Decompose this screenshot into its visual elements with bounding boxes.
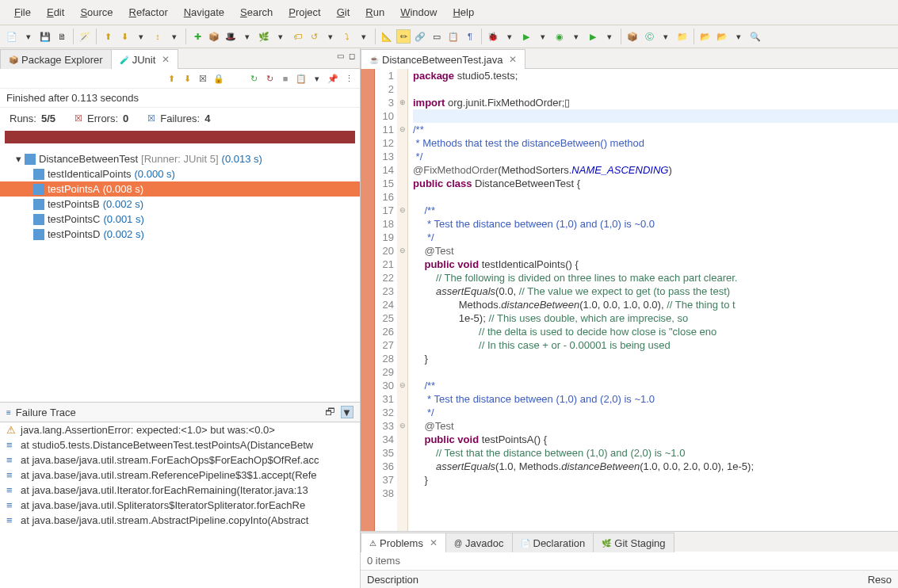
- show-fail-icon[interactable]: ☒: [197, 72, 209, 85]
- rerun-fail-icon[interactable]: ↻: [263, 72, 276, 85]
- menu-run[interactable]: Run: [357, 3, 392, 21]
- dropdown-icon[interactable]: ▾: [732, 29, 746, 44]
- trace-row[interactable]: ⚠java.lang.AssertionError: expected:<1.0…: [0, 422, 360, 437]
- test-row[interactable]: testPointsB (0.002 s): [0, 197, 360, 212]
- link-icon[interactable]: 🔗: [413, 29, 427, 44]
- menu-project[interactable]: Project: [281, 3, 328, 21]
- menu-git[interactable]: Git: [329, 3, 358, 21]
- menu-help[interactable]: Help: [445, 3, 482, 21]
- maximize-icon[interactable]: ◻: [349, 52, 355, 65]
- col-resource[interactable]: Reso: [868, 574, 892, 586]
- tab-git-staging[interactable]: 🌿 Git Staging: [593, 533, 674, 552]
- dropdown-icon[interactable]: ▾: [311, 72, 323, 85]
- new-class-icon[interactable]: Ⓒ: [642, 29, 656, 44]
- tab-javadoc[interactable]: @ Javadoc: [445, 533, 513, 552]
- pull-icon[interactable]: ⬇: [117, 29, 132, 44]
- rebase-icon[interactable]: ⤵: [340, 29, 354, 44]
- col-description[interactable]: Description: [367, 574, 868, 586]
- new-folder-icon[interactable]: 📁: [675, 29, 690, 44]
- test-row[interactable]: testPointsC (0.001 s): [0, 212, 360, 227]
- trace-row[interactable]: ≡at studio5.tests.DistanceBetweenTest.te…: [0, 437, 360, 452]
- push-icon[interactable]: ⬆: [101, 29, 115, 44]
- test-row[interactable]: testPointsD (0.002 s): [0, 227, 360, 242]
- menu-edit[interactable]: Edit: [39, 3, 72, 21]
- wand-icon[interactable]: 🪄: [78, 29, 92, 44]
- save-icon[interactable]: 💾: [38, 29, 52, 44]
- save-all-icon[interactable]: 🗎: [55, 29, 69, 44]
- next-fail-icon[interactable]: ⬇: [181, 72, 193, 85]
- dropdown-icon[interactable]: ▾: [569, 29, 583, 44]
- menu-file[interactable]: File: [6, 3, 39, 21]
- highlight-icon[interactable]: ✏: [396, 29, 411, 44]
- prev-fail-icon[interactable]: ⬆: [165, 72, 178, 85]
- tab-problems[interactable]: ⚠ Problems✕: [361, 533, 446, 552]
- type-icon[interactable]: 📂: [698, 29, 713, 44]
- run-last-icon[interactable]: ▶: [586, 29, 600, 44]
- console-icon[interactable]: ▭: [430, 29, 444, 44]
- menu-refactor[interactable]: Refactor: [121, 3, 176, 21]
- close-icon[interactable]: ✕: [509, 54, 517, 65]
- close-icon[interactable]: ✕: [430, 537, 438, 548]
- tab-junit[interactable]: 🧪 JUnit ✕: [111, 49, 179, 69]
- test-name: DistanceBetweenTest: [39, 153, 138, 165]
- stack-frame-icon: ≡: [6, 439, 17, 451]
- failures-value: 4: [204, 113, 210, 124]
- stash-icon[interactable]: 📦: [207, 29, 221, 44]
- branch-icon[interactable]: 🌿: [257, 29, 271, 44]
- dropdown-icon[interactable]: ▾: [659, 29, 673, 44]
- merge-icon[interactable]: 🎩: [224, 29, 238, 44]
- dropdown-icon[interactable]: ▾: [273, 29, 288, 44]
- dropdown-icon[interactable]: ▾: [134, 29, 148, 44]
- code-editor[interactable]: 1231011121314151617181920212223242526272…: [361, 69, 898, 531]
- menu-icon[interactable]: ⋮: [342, 72, 355, 85]
- tag-icon[interactable]: 🏷: [290, 29, 304, 44]
- debug-icon[interactable]: 🐞: [486, 29, 500, 44]
- search-icon[interactable]: 🔍: [748, 29, 762, 44]
- dropdown-icon[interactable]: ▾: [323, 29, 338, 44]
- trace-row[interactable]: ≡at java.base/java.util.Spliterators$Ite…: [0, 498, 360, 513]
- add-icon[interactable]: ✚: [190, 29, 204, 44]
- test-row[interactable]: testIdenticalPoints (0.000 s): [0, 166, 360, 181]
- fetch-icon[interactable]: ↕: [151, 29, 165, 44]
- test-icon: [33, 169, 44, 180]
- dropdown-icon[interactable]: ▾: [167, 29, 182, 44]
- trace-row[interactable]: ≡at java.base/java.util.stream.AbstractP…: [0, 513, 360, 528]
- menu-navigate[interactable]: Navigate: [176, 3, 232, 21]
- tab-package-explorer[interactable]: 📦 Package Explorer: [0, 49, 112, 69]
- expand-icon[interactable]: ▾: [16, 153, 21, 165]
- test-suite-row[interactable]: ▾ DistanceBetweenTest [Runner: JUnit 5] …: [0, 151, 360, 166]
- dropdown-icon[interactable]: ▾: [602, 29, 617, 44]
- new-pkg-icon[interactable]: 📦: [625, 29, 640, 44]
- rerun-icon[interactable]: ↻: [247, 72, 260, 85]
- trace-row[interactable]: ≡at java.base/java.util.Iterator.forEach…: [0, 483, 360, 498]
- paragraph-icon[interactable]: ¶: [463, 29, 477, 44]
- minimize-icon[interactable]: ▭: [337, 52, 344, 65]
- compare-icon[interactable]: 🗗: [325, 406, 338, 418]
- reset-icon[interactable]: ↺: [307, 29, 321, 44]
- stop-icon[interactable]: ■: [279, 72, 292, 85]
- coverage-icon[interactable]: ◉: [552, 29, 567, 44]
- history-icon[interactable]: 📋: [295, 72, 308, 85]
- dropdown-icon[interactable]: ▾: [502, 29, 517, 44]
- test-row[interactable]: testPointsA (0.008 s): [0, 181, 360, 197]
- format-icon[interactable]: 📐: [380, 29, 394, 44]
- open-icon[interactable]: 📂: [715, 29, 729, 44]
- dropdown-icon[interactable]: ▾: [357, 29, 371, 44]
- new-icon[interactable]: 📄: [5, 29, 19, 44]
- trace-row[interactable]: ≡at java.base/java.util.stream.Reference…: [0, 468, 360, 483]
- tab-declaration[interactable]: 📄 Declaration: [512, 533, 594, 552]
- task-icon[interactable]: 📋: [446, 29, 460, 44]
- pin-icon[interactable]: 📌: [327, 72, 339, 85]
- run-icon[interactable]: ▶: [519, 29, 533, 44]
- menu-source[interactable]: Source: [72, 3, 120, 21]
- menu-window[interactable]: Window: [392, 3, 445, 21]
- dropdown-icon[interactable]: ▾: [240, 29, 254, 44]
- dropdown-icon[interactable]: ▾: [536, 29, 550, 44]
- filter-icon[interactable]: ▼: [341, 406, 353, 418]
- scroll-lock-icon[interactable]: 🔒: [212, 72, 225, 85]
- trace-row[interactable]: ≡at java.base/java.util.stream.ForEachOp…: [0, 452, 360, 468]
- close-icon[interactable]: ✕: [162, 54, 170, 65]
- dropdown-icon[interactable]: ▾: [21, 29, 36, 44]
- editor-tab[interactable]: ☕ DistanceBetweenTest.java ✕: [361, 49, 525, 69]
- menu-search[interactable]: Search: [232, 3, 281, 21]
